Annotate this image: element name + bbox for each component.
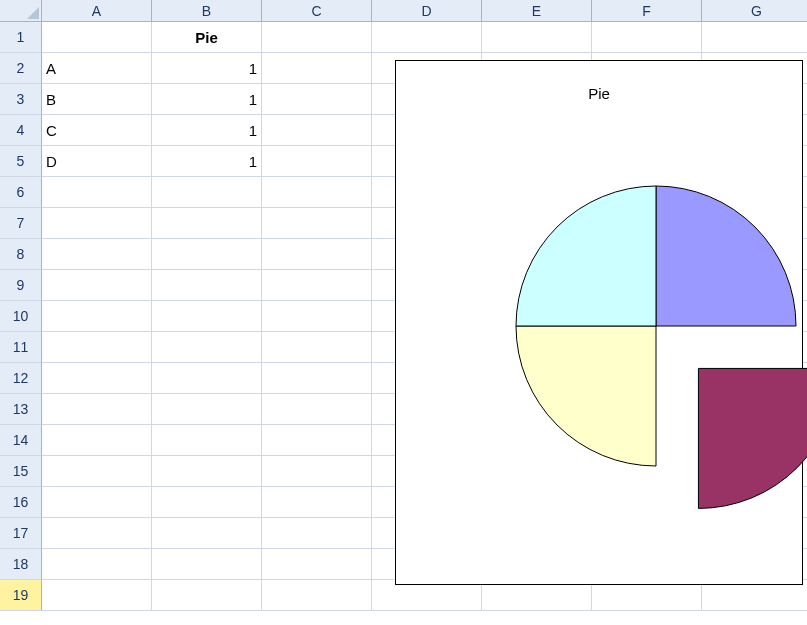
cell[interactable] [262,53,372,84]
cell[interactable] [152,487,262,518]
column-header[interactable]: G [702,0,807,22]
pie-chart-svg [476,181,807,541]
cell[interactable]: 1 [152,84,262,115]
column-header[interactable]: F [592,0,702,22]
select-all-triangle-icon [27,7,39,19]
row-header[interactable]: 10 [0,301,42,332]
cell[interactable] [152,456,262,487]
svg-marker-0 [27,7,39,19]
cell[interactable]: 1 [152,115,262,146]
cell[interactable] [372,22,482,53]
row-header[interactable]: 4 [0,115,42,146]
cell[interactable] [152,394,262,425]
cell[interactable] [482,22,592,53]
row-header[interactable]: 11 [0,332,42,363]
row-header[interactable]: 19 [0,580,42,611]
cell[interactable]: A [42,53,152,84]
cell[interactable] [262,177,372,208]
cell[interactable] [262,332,372,363]
cell[interactable] [262,301,372,332]
row-header[interactable]: 8 [0,239,42,270]
chart-title: Pie [396,85,802,102]
cell[interactable] [702,22,807,53]
cell[interactable] [152,549,262,580]
row-header[interactable]: 7 [0,208,42,239]
cell[interactable] [262,363,372,394]
cell[interactable] [42,332,152,363]
pie-slice[interactable] [516,186,656,326]
cell[interactable] [42,487,152,518]
cell[interactable] [42,394,152,425]
cell[interactable] [152,270,262,301]
cell[interactable] [42,301,152,332]
spreadsheet: ABCDEFG 12345678910111213141516171819 Pi… [0,0,807,625]
cell[interactable] [152,580,262,611]
cell[interactable] [152,177,262,208]
cell[interactable] [262,549,372,580]
cell[interactable]: 1 [152,53,262,84]
chart-object[interactable]: Pie [395,60,803,585]
cell[interactable]: B [42,84,152,115]
column-header[interactable]: A [42,0,152,22]
column-headers: ABCDEFG [42,0,807,22]
row-header[interactable]: 6 [0,177,42,208]
pie-slice[interactable] [698,368,807,508]
row-header[interactable]: 9 [0,270,42,301]
column-header[interactable]: E [482,0,592,22]
cell[interactable]: Pie [152,22,262,53]
cell[interactable] [262,456,372,487]
cell[interactable] [152,425,262,456]
cell[interactable] [42,425,152,456]
row-header[interactable]: 15 [0,456,42,487]
cell[interactable] [42,208,152,239]
cell[interactable] [592,22,702,53]
row-header[interactable]: 5 [0,146,42,177]
pie-slice[interactable] [516,326,656,466]
pie-slice[interactable] [656,186,796,326]
cell[interactable] [42,456,152,487]
row-header[interactable]: 1 [0,22,42,53]
cell[interactable] [152,518,262,549]
column-header[interactable]: B [152,0,262,22]
row-header[interactable]: 14 [0,425,42,456]
cell[interactable] [262,270,372,301]
cell[interactable] [152,239,262,270]
row-header[interactable]: 2 [0,53,42,84]
row-header[interactable]: 13 [0,394,42,425]
cell[interactable] [42,549,152,580]
cell[interactable] [262,487,372,518]
cell[interactable] [42,177,152,208]
row-header[interactable]: 18 [0,549,42,580]
cell[interactable] [42,518,152,549]
cell[interactable] [42,580,152,611]
cell[interactable]: D [42,146,152,177]
cell[interactable] [262,425,372,456]
cell[interactable]: 1 [152,146,262,177]
cell[interactable] [42,363,152,394]
row-header[interactable]: 17 [0,518,42,549]
cell[interactable] [262,146,372,177]
row-headers: 12345678910111213141516171819 [0,22,42,611]
cell[interactable] [152,363,262,394]
cell[interactable] [262,394,372,425]
cell[interactable] [42,22,152,53]
cell[interactable] [262,115,372,146]
row-header[interactable]: 16 [0,487,42,518]
cell[interactable] [152,208,262,239]
select-all-corner[interactable] [0,0,42,22]
row-header[interactable]: 12 [0,363,42,394]
cell[interactable] [262,208,372,239]
cell[interactable]: C [42,115,152,146]
row-header[interactable]: 3 [0,84,42,115]
cell[interactable] [262,518,372,549]
cell[interactable] [262,22,372,53]
cell[interactable] [262,580,372,611]
cell[interactable] [42,270,152,301]
cell[interactable] [42,239,152,270]
cell[interactable] [152,301,262,332]
column-header[interactable]: C [262,0,372,22]
cell[interactable] [152,332,262,363]
cell[interactable] [262,84,372,115]
column-header[interactable]: D [372,0,482,22]
cell[interactable] [262,239,372,270]
